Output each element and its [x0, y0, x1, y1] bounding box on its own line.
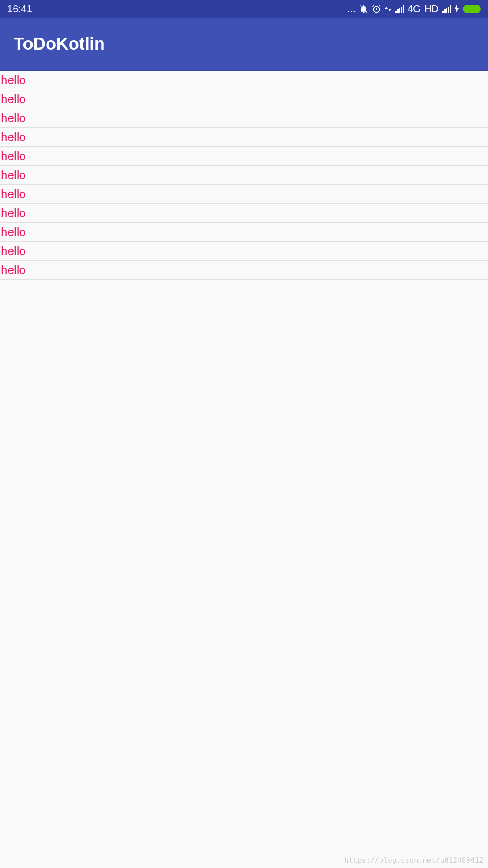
- list-item[interactable]: hello: [0, 147, 488, 166]
- list-item[interactable]: hello: [0, 109, 488, 128]
- hd-label: HD: [424, 3, 439, 15]
- dnd-icon: [359, 5, 368, 14]
- list-item-text: hello: [1, 225, 26, 239]
- more-icon: ...: [347, 3, 356, 15]
- app-bar: ToDoKotlin: [0, 18, 488, 71]
- list-item[interactable]: hello: [0, 71, 488, 90]
- watermark: https://blog.csdn.net/u012489412: [344, 856, 483, 864]
- list-item[interactable]: hello: [0, 223, 488, 242]
- battery-icon: [463, 5, 481, 13]
- list-item[interactable]: hello: [0, 166, 488, 185]
- list-item-text: hello: [1, 73, 26, 87]
- list-item-text: hello: [1, 111, 26, 125]
- list-item-text: hello: [1, 244, 26, 258]
- alarm-icon: [372, 5, 381, 14]
- signal-icon-2: [442, 5, 451, 13]
- signal-icon: [395, 5, 404, 13]
- list-item[interactable]: hello: [0, 90, 488, 109]
- list-item-text: hello: [1, 168, 26, 182]
- list-item[interactable]: hello: [0, 242, 488, 261]
- list-item[interactable]: hello: [0, 204, 488, 223]
- network-type-label: 4G: [408, 3, 421, 15]
- list-item-text: hello: [1, 149, 26, 163]
- charging-icon: [455, 5, 459, 13]
- status-time: 16:41: [7, 3, 32, 15]
- app-title: ToDoKotlin: [14, 34, 105, 54]
- list-item[interactable]: hello: [0, 185, 488, 204]
- list-item-text: hello: [1, 263, 26, 277]
- data-transfer-icon: [385, 5, 392, 13]
- list-item-text: hello: [1, 187, 26, 201]
- list-item-text: hello: [1, 130, 26, 144]
- todo-list[interactable]: hello hello hello hello hello hello hell…: [0, 71, 488, 280]
- list-item-text: hello: [1, 92, 26, 106]
- status-bar: 16:41 ... 4G HD: [0, 0, 488, 18]
- status-indicators: ... 4G HD: [347, 3, 481, 15]
- list-item[interactable]: hello: [0, 128, 488, 147]
- list-item-text: hello: [1, 206, 26, 220]
- list-item[interactable]: hello: [0, 261, 488, 280]
